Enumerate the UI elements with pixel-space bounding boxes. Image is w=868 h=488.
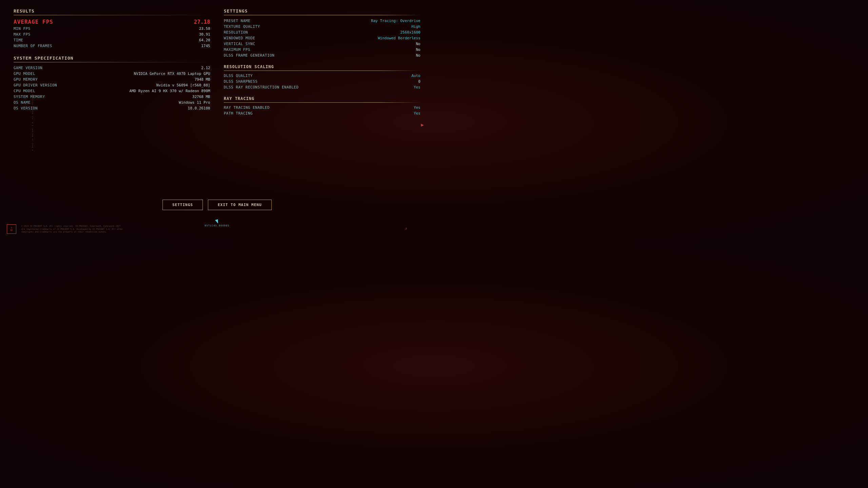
gpu-driver-label: GPU Driver Version [14, 83, 57, 87]
system-memory-value: 32768 MB [192, 95, 210, 99]
dlss-quality-value: Auto [412, 74, 421, 78]
texture-quality-row: Texture Quality High [224, 24, 420, 29]
average-fps-label: Average FPS [14, 19, 53, 25]
right-decoration: ▶ [421, 122, 424, 127]
time-label: Time [14, 38, 23, 42]
gpu-driver-row: GPU Driver Version Nvidia v 56094 [r560_… [14, 82, 210, 88]
windowed-mode-label: Windowed Mode [224, 36, 255, 40]
gpu-model-row: GPU Model NVIDIA GeForce RTX 4070 Laptop… [14, 71, 210, 77]
dlss-rr-row: DLSS Ray Reconstruction Enabled Yes [224, 84, 420, 90]
os-version-value: 10.0.26100 [188, 106, 210, 110]
game-version-value: 2.12 [201, 66, 211, 70]
cpu-model-label: CPU Model [14, 89, 35, 93]
vsync-label: Vertical Sync [224, 42, 255, 46]
cpu-model-row: CPU Model AMD Ryzen AI 9 HX 370 w/ Radeo… [14, 88, 210, 94]
preset-name-value: Ray Tracing: Overdrive [371, 19, 420, 23]
num-frames-label: Number of Frames [14, 44, 52, 48]
ray-tracing-title: Ray Tracing [224, 96, 420, 101]
ray-tracing-enabled-label: Ray Tracing Enabled [224, 105, 270, 110]
cursor-area: NVTLC45_800085 [204, 220, 229, 227]
max-fps-row: Maximum FPS No [224, 47, 420, 53]
windowed-mode-value: Windowed Borderless [378, 36, 420, 40]
dlss-fg-value: No [416, 53, 420, 58]
time-value: 64.20 [199, 38, 210, 42]
ray-tracing-divider [224, 102, 420, 103]
max-fps-value: 30.91 [199, 32, 210, 37]
texture-quality-label: Texture Quality [224, 24, 260, 29]
dlss-sharpness-label: DLSS Sharpness [224, 79, 258, 84]
system-spec-title: System Specification [14, 56, 210, 61]
resolution-scaling-title: Resolution Scaling [224, 64, 420, 69]
dlss-fg-row: DLSS Frame Generation No [224, 53, 420, 58]
average-fps-row: Average FPS 27.18 [14, 18, 210, 26]
system-memory-row: System Memory 32768 MB [14, 94, 210, 100]
version-num: 85 [10, 229, 13, 231]
gpu-memory-label: GPU Memory [14, 77, 38, 82]
preset-name-label: Preset Name [224, 19, 250, 23]
ray-tracing-enabled-row: Ray Tracing Enabled Yes [224, 105, 420, 110]
cursor-label: NVTLC45_800085 [204, 224, 229, 227]
gpu-driver-value: Nvidia v 56094 [r560_88] [156, 83, 210, 87]
settings-title: Settings [224, 8, 420, 14]
path-tracing-label: Path Tracing [224, 111, 253, 116]
bottom-right-icon: ☭ [405, 227, 407, 230]
dlss-quality-label: DLSS Quality [224, 74, 253, 78]
game-version-row: Game Version 2.12 [14, 65, 210, 71]
os-name-label: OS Name [14, 100, 31, 105]
dlss-sharpness-row: DLSS Sharpness 0 [224, 79, 420, 84]
resolution-scaling-divider [224, 70, 420, 71]
settings-section: Settings Preset Name Ray Tracing: Overdr… [224, 8, 420, 58]
os-version-label: OS Version [14, 106, 38, 110]
ray-tracing-enabled-value: Yes [414, 105, 420, 110]
max-fps-label: Maximum FPS [224, 47, 250, 52]
resolution-row: Resolution 2560x1600 [224, 29, 420, 35]
time-row: Time 64.20 [14, 37, 210, 43]
os-version-row: OS Version 10.0.26100 [14, 105, 210, 111]
results-section: Results Average FPS 27.18 Min FPS 23.58 … [14, 8, 210, 49]
buttons-area: Settings Exit to Main Menu [162, 200, 272, 210]
os-name-row: OS Name Windows 11 Pro [14, 100, 210, 105]
gpu-memory-row: GPU Memory 7948 MB [14, 77, 210, 82]
footer-legal-text: © 2023 CD PROJEKT S.A. All rights reserv… [21, 225, 123, 233]
system-spec-divider [14, 62, 210, 62]
path-tracing-value: Yes [414, 111, 420, 116]
num-frames-value: 1745 [201, 44, 211, 48]
gpu-model-value: NVIDIA GeForce RTX 4070 Laptop GPU [134, 72, 210, 76]
os-name-value: Windows 11 Pro [179, 100, 210, 105]
gpu-model-label: GPU Model [14, 72, 35, 76]
dlss-rr-label: DLSS Ray Reconstruction Enabled [224, 85, 299, 89]
results-title: Results [14, 8, 210, 14]
resolution-label: Resolution [224, 30, 248, 35]
resolution-scaling-section: Resolution Scaling DLSS Quality Auto DLS… [224, 62, 420, 90]
vsync-row: Vertical Sync No [224, 41, 420, 47]
dlss-fg-label: DLSS Frame Generation [224, 53, 275, 58]
num-frames-row: Number of Frames 1745 [14, 43, 210, 49]
cpu-model-value: AMD Ryzen AI 9 HX 370 w/ Radeon 890M [130, 89, 210, 93]
min-fps-label: Min FPS [14, 26, 31, 31]
settings-button[interactable]: Settings [162, 200, 203, 210]
dlss-rr-value: Yes [414, 85, 420, 89]
side-copyright-text: © 2023 CD PROJEKT S.A. ALL RIGHTS RESERV… [32, 94, 34, 150]
texture-quality-value: High [412, 24, 421, 29]
vsync-value: No [416, 42, 420, 46]
resolution-value: 2560x1600 [400, 30, 420, 35]
exit-to-main-menu-button[interactable]: Exit to Main Menu [208, 200, 272, 210]
version-box: V 85 [7, 224, 16, 234]
min-fps-row: Min FPS 23.58 [14, 26, 210, 32]
gpu-memory-value: 7948 MB [195, 77, 210, 82]
windowed-mode-row: Windowed Mode Windowed Borderless [224, 35, 420, 41]
system-spec-section: System Specification Game Version 2.12 G… [14, 56, 210, 111]
dlss-quality-row: DLSS Quality Auto [224, 73, 420, 79]
results-divider [14, 15, 210, 15]
settings-divider [224, 15, 420, 15]
max-fps-row: Max FPS 30.91 [14, 32, 210, 37]
ray-tracing-section: Ray Tracing Ray Tracing Enabled Yes Path… [224, 94, 420, 116]
dlss-sharpness-value: 0 [418, 79, 420, 84]
min-fps-value: 23.58 [199, 26, 210, 31]
system-memory-label: System Memory [14, 95, 45, 99]
average-fps-value: 27.18 [194, 19, 210, 25]
cursor-arrow-icon [215, 219, 219, 224]
path-tracing-row: Path Tracing Yes [224, 110, 420, 116]
max-fps-label: Max FPS [14, 32, 31, 37]
preset-name-row: Preset Name Ray Tracing: Overdrive [224, 18, 420, 24]
